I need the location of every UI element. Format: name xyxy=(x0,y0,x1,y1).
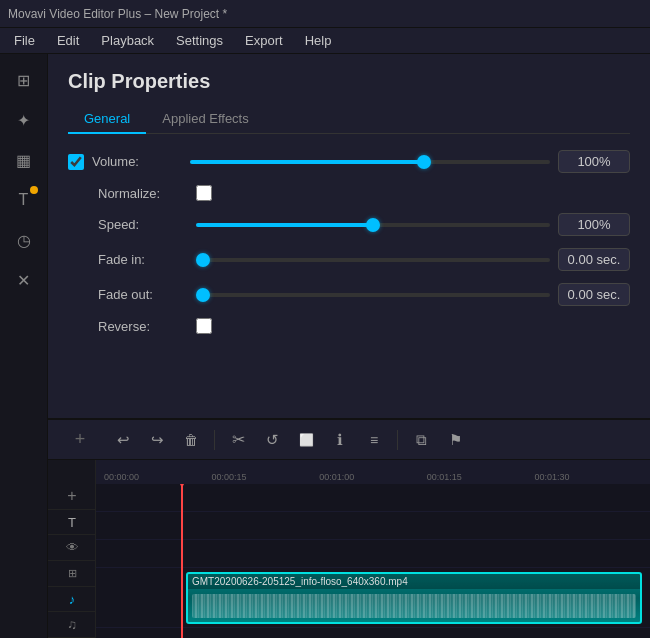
content-area: Clip Properties General Applied Effects … xyxy=(48,54,650,638)
ruler-time-4: 00:01:30 xyxy=(534,472,642,482)
tabs: General Applied Effects xyxy=(68,105,630,134)
playhead[interactable] xyxy=(181,484,183,638)
fade-out-label: Fade out: xyxy=(98,287,188,302)
ruler-time-2: 00:01:00 xyxy=(319,472,427,482)
info-button[interactable]: ℹ xyxy=(325,425,355,455)
titles-badge xyxy=(30,186,38,194)
speed-slider[interactable] xyxy=(196,223,550,227)
crop-button[interactable]: ⬜ xyxy=(291,425,321,455)
volume-track xyxy=(190,160,550,164)
main-layout: ⊞ ✦ ▦ T ◷ ✕ Clip Properties General Appl… xyxy=(0,54,650,638)
track-side-add[interactable]: + xyxy=(48,484,96,510)
volume-row: Volume: 100% xyxy=(68,150,630,173)
video-clip[interactable]: GMT20200626-205125_info-floso_640x360.mp… xyxy=(186,572,642,624)
timeline-tracks: + T 👁 ⊞ ♪ ♫ xyxy=(48,484,650,638)
sidebar-btn-tools[interactable]: ✕ xyxy=(6,262,42,298)
sidebar-btn-titles[interactable]: T xyxy=(6,182,42,218)
title-text: Movavi Video Editor Plus – New Project * xyxy=(8,7,227,21)
speed-row: Speed: 100% xyxy=(68,213,630,236)
properties-panel: Clip Properties General Applied Effects … xyxy=(48,54,650,418)
sidebar-btn-media[interactable]: ⊞ xyxy=(6,62,42,98)
track-row-3 xyxy=(96,540,650,568)
timeline-ruler: 00:00:00 00:00:15 00:01:00 00:01:15 00:0… xyxy=(96,460,650,484)
track-row-2 xyxy=(96,512,650,540)
fade-in-thumb[interactable] xyxy=(196,253,210,267)
volume-checkbox-wrapper xyxy=(68,154,84,170)
tab-applied-effects[interactable]: Applied Effects xyxy=(146,105,264,134)
ruler-left-space xyxy=(48,460,96,484)
tracks-content: GMT20200626-205125_info-floso_640x360.mp… xyxy=(96,484,650,638)
track-side-text[interactable]: T xyxy=(48,510,96,536)
delete-button[interactable]: 🗑 xyxy=(176,425,206,455)
filters-button[interactable]: ≡ xyxy=(359,425,389,455)
track-side-eye[interactable]: 👁 xyxy=(48,535,96,561)
speed-thumb[interactable] xyxy=(366,218,380,232)
fade-out-track xyxy=(196,293,550,297)
volume-label: Volume: xyxy=(92,154,182,169)
ruler-marks: 00:00:00 00:00:15 00:01:00 00:01:15 00:0… xyxy=(96,472,650,482)
track-side-grid[interactable]: ⊞ xyxy=(48,561,96,587)
sidebar-btn-effects[interactable]: ✦ xyxy=(6,102,42,138)
menu-help[interactable]: Help xyxy=(295,31,342,50)
fade-in-slider[interactable] xyxy=(196,258,550,262)
normalize-label: Normalize: xyxy=(98,186,188,201)
marker-button[interactable]: ⚑ xyxy=(440,425,470,455)
menu-export[interactable]: Export xyxy=(235,31,293,50)
track-sidebar: + T 👁 ⊞ ♪ ♫ xyxy=(48,484,96,638)
volume-fill xyxy=(190,160,424,164)
reverse-row: Reverse: xyxy=(68,318,630,334)
waveform-visual xyxy=(192,594,636,618)
undo-button[interactable]: ↩ xyxy=(108,425,138,455)
fade-in-track xyxy=(196,258,550,262)
normalize-row: Normalize: xyxy=(68,185,630,201)
timeline-area: + ↩ ↪ 🗑 ✂ ↺ ⬜ ℹ ≡ ⧉ ⚑ Split Cut the sele… xyxy=(48,418,650,638)
fade-in-row: Fade in: 0.00 sec. xyxy=(68,248,630,271)
volume-value: 100% xyxy=(558,150,630,173)
timeline-toolbar: + ↩ ↪ 🗑 ✂ ↺ ⬜ ℹ ≡ ⧉ ⚑ xyxy=(48,420,650,460)
menu-file[interactable]: File xyxy=(4,31,45,50)
reverse-checkbox[interactable] xyxy=(196,318,212,334)
ruler-time-3: 00:01:15 xyxy=(427,472,535,482)
cut-button[interactable]: ✂ xyxy=(223,425,253,455)
pip-button[interactable]: ⧉ xyxy=(406,425,436,455)
rotate-button[interactable]: ↺ xyxy=(257,425,287,455)
toolbar-separator-1 xyxy=(214,430,215,450)
sidebar-btn-transitions[interactable]: ▦ xyxy=(6,142,42,178)
track-row-1 xyxy=(96,484,650,512)
add-track-button[interactable]: + xyxy=(65,425,95,455)
volume-checkbox[interactable] xyxy=(68,154,84,170)
speed-value: 100% xyxy=(558,213,630,236)
redo-button[interactable]: ↪ xyxy=(142,425,172,455)
track-side-music[interactable]: ♫ xyxy=(48,612,96,638)
clip-label: GMT20200626-205125_info-floso_640x360.mp… xyxy=(188,574,640,589)
menu-playback[interactable]: Playback xyxy=(91,31,164,50)
volume-thumb[interactable] xyxy=(417,155,431,169)
menu-edit[interactable]: Edit xyxy=(47,31,89,50)
toolbar-separator-2 xyxy=(397,430,398,450)
ruler-time-1: 00:00:15 xyxy=(212,472,320,482)
sidebar-btn-motion[interactable]: ◷ xyxy=(6,222,42,258)
ruler-time-0: 00:00:00 xyxy=(104,472,212,482)
video-track: GMT20200626-205125_info-floso_640x360.mp… xyxy=(96,568,650,628)
speed-fill xyxy=(196,223,373,227)
ruler-row: 00:00:00 00:00:15 00:01:00 00:01:15 00:0… xyxy=(48,460,650,484)
fade-in-label: Fade in: xyxy=(98,252,188,267)
menu-bar: File Edit Playback Settings Export Help xyxy=(0,28,650,54)
reverse-label: Reverse: xyxy=(98,319,188,334)
fade-in-value: 0.00 sec. xyxy=(558,248,630,271)
tab-general[interactable]: General xyxy=(68,105,146,134)
panel-title: Clip Properties xyxy=(68,70,630,93)
normalize-checkbox[interactable] xyxy=(196,185,212,201)
menu-settings[interactable]: Settings xyxy=(166,31,233,50)
speed-track xyxy=(196,223,550,227)
clip-waveform xyxy=(188,589,640,622)
title-bar: Movavi Video Editor Plus – New Project * xyxy=(0,0,650,28)
volume-slider[interactable] xyxy=(190,160,550,164)
sidebar: ⊞ ✦ ▦ T ◷ ✕ xyxy=(0,54,48,638)
track-side-audio-on[interactable]: ♪ xyxy=(48,587,96,613)
fade-out-thumb[interactable] xyxy=(196,288,210,302)
speed-label: Speed: xyxy=(98,217,188,232)
fade-out-value: 0.00 sec. xyxy=(558,283,630,306)
fade-out-row: Fade out: 0.00 sec. xyxy=(68,283,630,306)
fade-out-slider[interactable] xyxy=(196,293,550,297)
